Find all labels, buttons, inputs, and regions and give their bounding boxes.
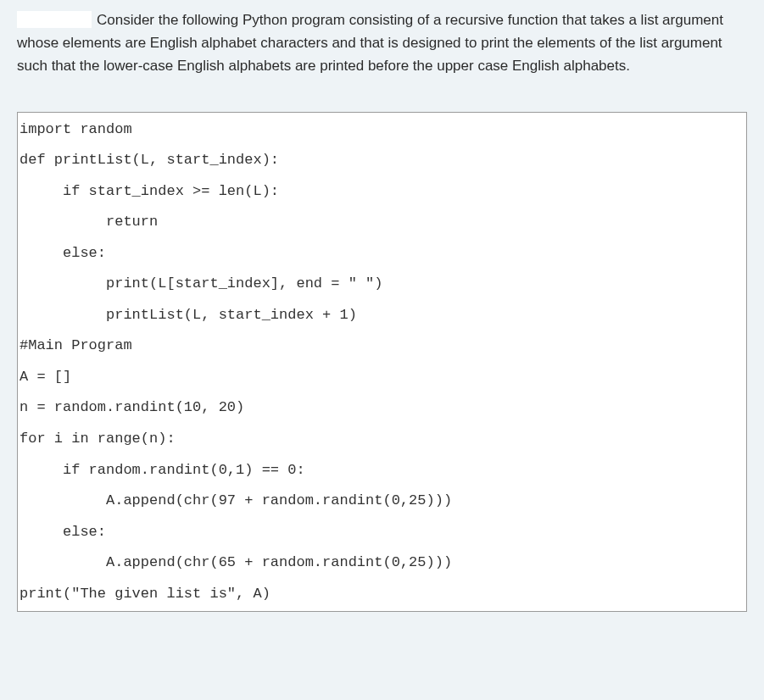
prompt-text: Consider the following Python program co… — [17, 12, 723, 74]
code-line: import random — [20, 114, 746, 146]
code-line: if random.randint(0,1) == 0: — [20, 455, 746, 486]
code-line: print("The given list is", A) — [20, 579, 746, 610]
code-line: A.append(chr(65 + random.randint(0,25))) — [20, 547, 746, 579]
question-container: Consider the following Python program co… — [0, 0, 764, 95]
code-block: import random def printList(L, start_ind… — [17, 112, 747, 613]
code-line: else: — [20, 517, 746, 548]
code-line: for i in range(n): — [20, 424, 746, 455]
code-line: print(L[start_index], end = " ") — [20, 269, 746, 300]
code-line: A = [] — [20, 362, 746, 393]
code-line: return — [20, 207, 746, 238]
code-line: else: — [20, 238, 746, 269]
question-prompt: Consider the following Python program co… — [17, 8, 747, 78]
redacted-label — [17, 11, 92, 28]
code-line: A.append(chr(97 + random.randint(0,25))) — [20, 486, 746, 517]
code-line: def printList(L, start_index): — [20, 145, 746, 176]
code-line: n = random.randint(10, 20) — [20, 392, 746, 424]
code-line: if start_index >= len(L): — [20, 176, 746, 208]
code-line: printList(L, start_index + 1) — [20, 300, 746, 331]
code-line: #Main Program — [20, 331, 746, 362]
